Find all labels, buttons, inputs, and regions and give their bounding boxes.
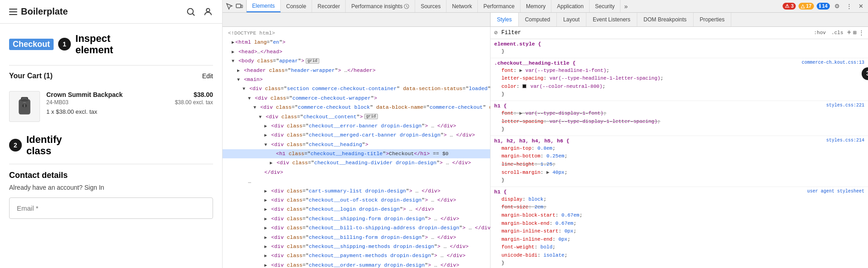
subtab-layout[interactable]: Layout: [557, 13, 586, 26]
search-icon[interactable]: [186, 7, 196, 17]
hov-btn[interactable]: :hov: [812, 30, 828, 36]
html-cart-summary[interactable]: ▶ <div class="cart-summary-list dropin-d…: [223, 187, 490, 196]
new-style-btn[interactable]: ⊞: [853, 29, 857, 36]
subtab-computed[interactable]: Computed: [519, 13, 557, 26]
tab-security[interactable]: Security: [590, 0, 620, 12]
contact-title: Contact details: [9, 171, 213, 180]
css-font-size: font-size: 2em;: [501, 203, 864, 212]
account-icon[interactable]: [203, 7, 213, 17]
plus-btn[interactable]: +: [847, 29, 852, 37]
css-source-1[interactable]: commerce-ch…kout.css:13: [802, 60, 864, 67]
css-close-3: }: [494, 177, 864, 185]
elements-panel-header: [223, 13, 491, 26]
subtab-properties[interactable]: Properties: [694, 13, 732, 26]
html-h1-selected[interactable]: <h1 class="checkout__heading-title">Chec…: [223, 149, 490, 158]
css-selector-h1-ua: h1 {: [494, 189, 507, 195]
tab-sources[interactable]: Sources: [415, 0, 446, 12]
html-doctype[interactable]: <!DOCTYPE html>: [223, 29, 490, 38]
css-rule-color: color: var(--color-neutral-800);: [501, 83, 864, 91]
css-close-2: }: [494, 126, 864, 134]
html-section[interactable]: ▼ <div class="section commerce-checkout-…: [223, 84, 490, 93]
backpack-icon: [14, 96, 35, 117]
styles-filter-btns: :hov .cls + ⊞ ⋮: [812, 29, 864, 37]
html-head[interactable]: ▶ <head>…</head>: [223, 47, 490, 56]
html-checkout-wrapper[interactable]: ▼ <div class="commerce-checkout-wrapper"…: [223, 94, 490, 103]
css-source-2[interactable]: styles.css:221: [826, 103, 864, 110]
warning-badge: △ 17: [799, 3, 813, 10]
filter-icon: ⊘: [494, 29, 498, 36]
css-source-3[interactable]: styles.css:214: [826, 138, 864, 145]
tab-network[interactable]: Network: [446, 0, 478, 12]
css-close-1: }: [494, 91, 864, 99]
site-logo: Boilerplate: [9, 6, 68, 17]
tab-recorder[interactable]: Recorder: [312, 0, 346, 12]
style-settings-btn[interactable]: ⋮: [858, 29, 864, 36]
svg-rect-8: [236, 4, 241, 8]
tab-console[interactable]: Console: [281, 0, 312, 12]
tab-performance[interactable]: Performance: [478, 0, 521, 12]
item-qty: 1 x $38.00 excl. tax: [46, 108, 169, 115]
html-billing-form[interactable]: ▶ <div class="checkout__billing-form dro…: [223, 233, 490, 242]
close-devtools-button[interactable]: ✕: [856, 2, 865, 11]
html-heading-div[interactable]: ▼ <div class="checkout__heading">: [223, 140, 490, 149]
html-payment-methods[interactable]: ▶ <div class="checkout__payment-methods …: [223, 251, 490, 260]
cart-item-info: Crown Summit Backpack 24-MB03 1 x $38.00…: [46, 91, 169, 115]
css-margin-block-start: margin-block-start: 0.67em;: [501, 212, 864, 220]
html-login[interactable]: ▶ <div class="checkout__login dropin-des…: [223, 205, 490, 214]
styles-filter-bar: ⊘ :hov .cls + ⊞ ⋮: [491, 27, 868, 39]
subtab-event-listeners[interactable]: Event Listeners: [586, 13, 637, 26]
html-body[interactable]: ▼ <body class="appear">grid: [223, 56, 490, 66]
css-close-4: }: [494, 259, 864, 268]
css-block-header-3: h1, h2, h3, h4, h5, h6 { styles.css:214: [494, 138, 864, 145]
styles-filter-input[interactable]: [501, 30, 808, 36]
email-input[interactable]: [9, 197, 213, 219]
cart-item: Crown Summit Backpack 24-MB03 1 x $38.00…: [9, 86, 213, 126]
settings-button[interactable]: ⚙: [833, 2, 842, 11]
tab-elements[interactable]: Elements: [247, 0, 281, 12]
subtab-dom-breakpoints[interactable]: DOM Breakpoints: [637, 13, 694, 26]
more-options-button[interactable]: ⋮: [844, 2, 853, 11]
html-heading-divider[interactable]: ▶ <div class="checkout__heading-divider …: [223, 158, 490, 167]
cls-btn[interactable]: .cls: [829, 30, 845, 36]
item-price-excl: $38.00 excl. tax: [175, 99, 213, 106]
css-rules-heading: font: ▶ var(--type-headline-1-font); let…: [494, 67, 864, 91]
html-root[interactable]: ▶<html lang="en">: [223, 38, 490, 47]
site-header: Boilerplate: [0, 0, 222, 24]
hamburger-icon[interactable]: [9, 9, 17, 15]
page-title-area: Checkout 1 Inspect element: [9, 33, 213, 56]
html-order-summary[interactable]: ▶ <div class="checkout__order-summary dr…: [223, 261, 490, 268]
tab-memory[interactable]: Memory: [521, 0, 551, 12]
css-margin-top: margin-top: 0.8em;: [501, 145, 864, 153]
html-main[interactable]: ▼ <main>: [223, 75, 490, 84]
css-block-header-4: h1 { user agent stylesheet: [494, 189, 864, 196]
more-tabs-button[interactable]: »: [620, 0, 631, 12]
html-merged-cart[interactable]: ▶ <div class="checkout__merged-cart-bann…: [223, 131, 490, 140]
html-shipping-form[interactable]: ▶ <div class="checkout__shipping-form dr…: [223, 214, 490, 223]
html-shipping-methods[interactable]: ▶ <div class="checkout__shipping-methods…: [223, 242, 490, 251]
step-badge-2: 2: [9, 139, 22, 152]
html-bill-to-shipping[interactable]: ▶ <div class="checkout__bill-to-shipping…: [223, 223, 490, 233]
html-out-of-stock[interactable]: ▶ <div class="checkout__out-of-stock dro…: [223, 196, 490, 205]
css-rule-h1-ls: letter-spacing: var(--type-display-1-let…: [501, 118, 864, 126]
device-mode-button[interactable]: [235, 2, 243, 10]
devtools-panel: Elements Console Recorder Performance in…: [223, 0, 868, 268]
html-commerce-checkout[interactable]: ▼ <div class="commerce-checkout block" d…: [223, 103, 490, 112]
subtab-styles[interactable]: Styles: [491, 13, 519, 26]
css-rules-h1-ua: display: block; font-size: 2em; margin-b…: [494, 196, 864, 260]
edit-cart-button[interactable]: Edit: [202, 72, 213, 80]
html-end-heading[interactable]: </div>: [223, 168, 490, 177]
cart-item-prices: $38.00 $38.00 excl. tax: [175, 91, 213, 106]
css-element-style-selector: element.style {: [494, 41, 864, 47]
step-badge-1: 1: [58, 38, 71, 51]
css-margin-block-end: margin-block-end: 0.67em;: [501, 220, 864, 228]
html-header[interactable]: ▶ <header class="header-wrapper"> …</hea…: [223, 66, 490, 75]
inspect-mode-button[interactable]: [225, 2, 233, 10]
html-error-banner[interactable]: ▶ <div class="checkout__error-banner dro…: [223, 121, 490, 131]
tab-performance-insights[interactable]: Performance insights: [346, 0, 415, 12]
tab-application[interactable]: Application: [551, 0, 590, 12]
inspect-label-2: element: [75, 44, 113, 56]
devtools-content: <!DOCTYPE html> ▶<html lang="en"> ▶ <hea…: [223, 27, 868, 268]
elements-panel[interactable]: <!DOCTYPE html> ▶<html lang="en"> ▶ <hea…: [223, 27, 491, 268]
html-checkout-content[interactable]: ▼ <div class="checkout__content">grid: [223, 112, 490, 121]
h1-useragent-block: h1 { user agent stylesheet display: bloc…: [491, 187, 868, 268]
